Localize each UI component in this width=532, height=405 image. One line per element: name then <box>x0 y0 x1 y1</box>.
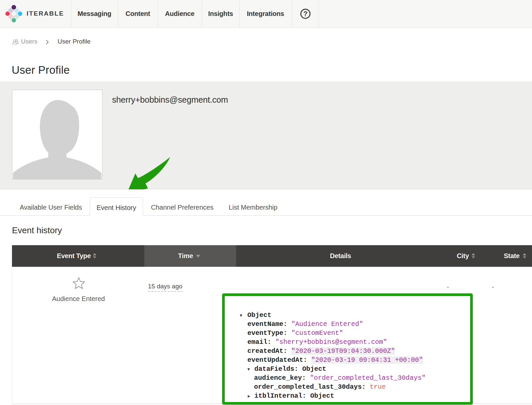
svg-text:?: ? <box>303 10 308 18</box>
